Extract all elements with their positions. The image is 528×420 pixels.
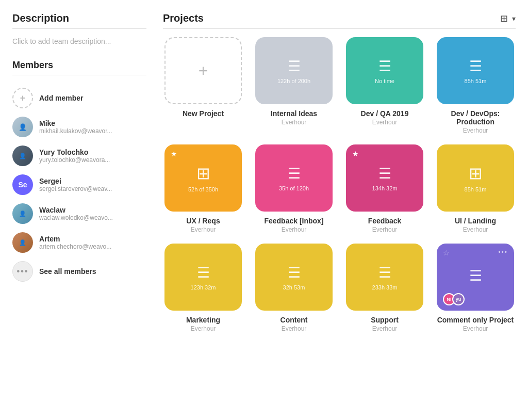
description-title: Description [12,12,146,24]
comment-avatars: NI yu [443,293,465,305]
see-all-label: See all members [39,267,96,276]
project-card-uilanding[interactable]: ⊞ 85h 51m UI / Landing Everhour [435,144,516,233]
card-name-uxreqs: UX / Reqs [186,217,220,225]
project-card-internal[interactable]: ☰ 122h of 200h Internal Ideas Everhour [254,37,334,134]
add-member-info: Add member [39,94,84,102]
list-icon-content: ☰ [288,264,301,281]
sergei-name: Sergei [39,177,112,185]
description-placeholder[interactable]: Click to add team description... [12,37,146,45]
project-card-devqa[interactable]: ☰ No time Dev / QA 2019 Everhour [344,37,425,134]
project-card-marketing[interactable]: ☰ 123h 32m Marketing Everhour [163,244,243,332]
add-member-item[interactable]: + Add member [12,84,146,112]
card-time-devops: 85h 51m [465,78,487,84]
card-time-feedback: 134h 32m [372,185,398,191]
see-all-info: See all members [39,267,96,276]
card-name-new: New Project [183,109,224,118]
grid-view-icon[interactable]: ⊞ [500,13,508,24]
project-card-uxreqs[interactable]: ★ ⊞ 52h of 350h UX / Reqs Everhour [163,144,243,233]
mike-info: Mike mikhail.kulakov@weavor... [39,119,112,135]
card-name-devops: Dev / DevOps: Production [435,109,516,126]
card-name-uilanding: UI / Landing [455,217,496,225]
chevron-down-icon[interactable]: ▾ [512,14,516,23]
card-thumb-marketing: ☰ 123h 32m [164,244,242,311]
card-sub-uxreqs: Everhour [191,226,216,233]
card-thumb-content: ☰ 32h 53m [255,244,333,311]
star-icon-comment: ☆ [443,249,450,257]
waclaw-info: Waclaw waclaw.wolodko@weavo... [39,206,113,221]
board-icon-uilanding: ⊞ [469,164,483,183]
artem-info: Artem artem.chechoro@weavo... [39,235,111,250]
more-icon-comment: ••• [498,249,508,256]
card-thumb-feedback-inbox: ☰ 35h of 120h [255,144,333,212]
member-waclaw[interactable]: 👤 Waclaw waclaw.wolodko@weavo... [12,199,146,228]
card-thumb-new: + [164,37,242,104]
star-badge-feedback: ★ [352,150,359,158]
list-icon-devops: ☰ [469,58,482,75]
card-thumb-uxreqs: ★ ⊞ 52h of 350h [164,144,242,212]
card-time-support: 233h 33m [372,284,398,290]
card-name-support: Support [371,316,399,324]
card-time-uxreqs: 52h of 350h [188,186,218,192]
project-card-new[interactable]: + New Project [163,37,243,134]
card-thumb-devqa: ☰ No time [346,37,423,104]
list-icon-devqa: ☰ [378,58,391,75]
members-title: Members [12,60,146,71]
main-content: Projects ⊞ ▾ + New Project ☰ 122h of 200… [163,12,516,332]
avatar-face-mike: 👤 [12,117,33,137]
star-badge-uxreqs: ★ [171,150,177,158]
card-thumb-devops: ☰ 85h 51m [437,37,514,104]
card-thumb-feedback: ★ ☰ 134h 32m [346,144,423,212]
members-divider [12,75,146,75]
project-card-support[interactable]: ☰ 233h 33m Support Everhour [344,244,425,332]
card-sub-feedback-inbox: Everhour [282,226,307,233]
artem-name: Artem [39,235,111,243]
project-card-devops[interactable]: ☰ 85h 51m Dev / DevOps: Production Everh… [435,37,516,134]
add-member-avatar: + [12,88,33,108]
card-sub-internal: Everhour [282,119,307,126]
projects-divider [163,28,516,29]
project-card-feedback-inbox[interactable]: ☰ 35h of 120h Feedback [Inbox] Everhour [254,144,334,233]
card-sub-marketing: Everhour [191,325,216,332]
list-icon-comment: ☰ [469,267,482,284]
header-controls: ⊞ ▾ [500,13,516,24]
card-time-feedback-inbox: 35h of 120h [279,185,309,191]
projects-title: Projects [163,12,204,24]
see-all-avatar: ••• [12,261,33,282]
card-thumb-support: ☰ 233h 33m [346,244,423,311]
card-thumb-internal: ☰ 122h of 200h [255,37,333,104]
member-yury[interactable]: 👤 Yury Tolochko yury.tolochko@weavora... [12,141,146,170]
yury-name: Yury Tolochko [39,148,110,156]
member-artem[interactable]: 👤 Artem artem.chechoro@weavo... [12,228,146,257]
card-sub-uilanding: Everhour [463,226,488,233]
member-sergei[interactable]: Se Sergei sergei.staroverov@weav... [12,170,146,199]
project-card-comment[interactable]: ☆ ••• ☰ NI yu Comment only Project Everh… [435,244,516,332]
waclaw-email: waclaw.wolodko@weavo... [39,214,113,221]
member-mike[interactable]: 👤 Mike mikhail.kulakov@weavor... [12,112,146,141]
avatar-initials-sergei: Se [18,181,27,189]
list-icon-internal: ☰ [288,58,301,75]
project-card-feedback[interactable]: ★ ☰ 134h 32m Feedback Everhour [344,144,425,233]
card-time-marketing: 123h 32m [191,284,216,290]
card-thumb-comment: ☆ ••• ☰ NI yu [437,244,514,311]
list-icon-support: ☰ [378,264,391,281]
sergei-email: sergei.staroverov@weav... [39,185,112,192]
card-time-content: 32h 53m [283,284,305,290]
avatar-sergei: Se [12,174,33,195]
add-project-icon: + [199,61,208,80]
project-card-content[interactable]: ☰ 32h 53m Content Everhour [254,244,334,332]
yury-info: Yury Tolochko yury.tolochko@weavora... [39,148,110,164]
sergei-info: Sergei sergei.staroverov@weav... [39,177,112,192]
mike-email: mikhail.kulakov@weavor... [39,127,112,135]
member-list: + Add member 👤 Mike mikhail.kulakov@weav… [12,84,146,286]
see-all-members-item[interactable]: ••• See all members [12,257,146,286]
card-sub-feedback: Everhour [372,226,398,233]
card-sub-devqa: Everhour [372,119,398,126]
card-name-comment: Comment only Project [437,316,514,324]
card-time-devqa: No time [375,78,394,84]
mini-avatar-2: yu [452,293,465,305]
avatar-artem: 👤 [12,232,33,253]
card-thumb-uilanding: ⊞ 85h 51m [437,144,514,212]
avatar-face-yury: 👤 [12,146,33,166]
card-name-feedback: Feedback [368,217,402,225]
list-icon-marketing: ☰ [197,264,210,281]
